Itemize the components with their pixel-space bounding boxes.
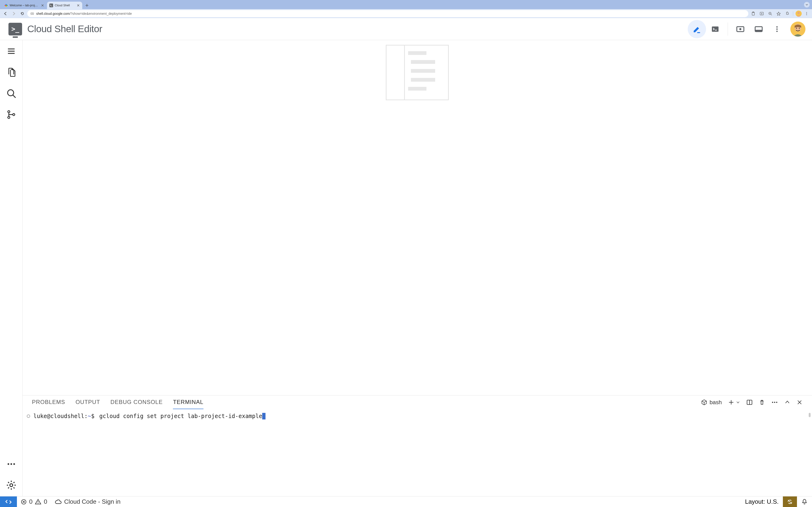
close-icon[interactable] <box>77 4 80 7</box>
svg-point-38 <box>7 90 14 96</box>
explorer-button[interactable] <box>6 67 17 78</box>
editor-pane: PROBLEMS OUTPUT DEBUG CONSOLE TERMINAL b… <box>22 40 812 496</box>
svg-point-30 <box>776 31 778 32</box>
svg-point-43 <box>7 463 9 465</box>
terminal-button[interactable] <box>706 20 724 38</box>
settings-button[interactable] <box>6 480 17 491</box>
main-content: PROBLEMS OUTPUT DEBUG CONSOLE TERMINAL b… <box>0 40 812 496</box>
bell-icon <box>801 499 808 505</box>
cube-icon <box>701 399 707 405</box>
search-button[interactable] <box>6 88 17 99</box>
more-actions-button[interactable] <box>6 459 17 469</box>
error-icon <box>21 499 27 505</box>
warning-count: 0 <box>44 498 47 505</box>
cursor <box>262 413 265 419</box>
terminal-line: luke@cloudshell:~$ gcloud config set pro… <box>27 413 804 419</box>
svg-line-13 <box>771 14 772 15</box>
install-app-icon[interactable] <box>758 10 765 17</box>
close-icon[interactable] <box>41 4 44 7</box>
svg-point-3 <box>5 6 7 7</box>
shell-selector[interactable]: bash <box>701 399 722 406</box>
new-tab-button[interactable] <box>84 2 90 9</box>
bottom-panel: PROBLEMS OUTPUT DEBUG CONSOLE TERMINAL b… <box>22 395 812 496</box>
browser-tab[interactable]: Welcome – lab-project-id-ex <box>2 2 47 9</box>
keyboard-layout-status[interactable]: Layout: U.S. <box>741 496 783 507</box>
svg-line-39 <box>13 95 15 98</box>
terminal-dropdown-button[interactable] <box>736 400 740 404</box>
warning-icon <box>35 499 41 505</box>
cloud-code-status[interactable]: Cloud Code - Sign in <box>51 498 124 505</box>
cloud-icon <box>55 498 62 505</box>
svg-point-46 <box>10 484 12 487</box>
chrome-menu-icon[interactable] <box>803 10 810 17</box>
svg-point-44 <box>10 463 12 465</box>
forward-button[interactable] <box>10 10 17 17</box>
svg-point-53 <box>776 402 777 403</box>
shell-name: bash <box>710 399 722 406</box>
prompt-path: ~ <box>88 413 91 419</box>
svg-point-29 <box>776 29 778 30</box>
browser-tab[interactable]: Cloud Shell <box>47 2 82 9</box>
maximize-panel-button[interactable] <box>784 399 791 405</box>
problems-status[interactable]: 0 0 <box>17 498 51 505</box>
terminal[interactable]: luke@cloudshell:~$ gcloud config set pro… <box>22 409 812 496</box>
error-count: 0 <box>29 498 33 505</box>
new-terminal-button[interactable] <box>728 399 734 406</box>
prompt-symbol: $ <box>91 413 94 419</box>
app-header: >_ Cloud Shell Editor <box>0 18 812 40</box>
cloud-code-label: Cloud Code - Sign in <box>64 498 120 505</box>
tabs-dropdown-button[interactable] <box>804 2 810 7</box>
site-info-icon[interactable] <box>30 11 34 16</box>
editor-button[interactable] <box>688 20 706 38</box>
svg-point-45 <box>13 463 15 465</box>
empty-document-icon <box>386 45 449 100</box>
tab-output[interactable]: OUTPUT <box>75 396 100 409</box>
sync-disabled-button[interactable] <box>783 496 797 507</box>
panel-more-button[interactable] <box>771 399 778 406</box>
remote-button[interactable] <box>0 496 17 507</box>
svg-point-41 <box>8 116 10 119</box>
clipboard-icon[interactable] <box>750 10 757 17</box>
preview-button[interactable] <box>731 20 750 38</box>
notifications-button[interactable] <box>797 496 812 507</box>
extensions-icon[interactable] <box>783 10 791 17</box>
url-text: shell.cloud.google.com/?show=ide&environ… <box>36 12 746 15</box>
browser-tab-strip: Welcome – lab-project-id-ex Cloud Shell <box>0 0 812 9</box>
profile-avatar[interactable] <box>796 10 802 17</box>
svg-rect-6 <box>31 13 34 14</box>
activity-bar <box>0 40 22 496</box>
svg-point-40 <box>8 111 10 113</box>
url-bar: shell.cloud.google.com/?show=ide&environ… <box>0 9 812 18</box>
svg-rect-27 <box>755 30 762 32</box>
svg-point-33 <box>796 28 797 29</box>
cloudshell-favicon-icon <box>49 3 53 7</box>
source-control-button[interactable] <box>6 109 17 120</box>
open-window-button[interactable] <box>750 20 768 38</box>
svg-point-20 <box>806 14 807 15</box>
svg-point-28 <box>776 26 778 27</box>
tab-title: Welcome – lab-project-id-ex <box>10 4 39 7</box>
tab-problems[interactable]: PROBLEMS <box>32 396 65 409</box>
terminal-command: gcloud config set project lab-project-id… <box>99 413 262 419</box>
scrollbar[interactable] <box>809 413 811 417</box>
user-avatar[interactable] <box>791 21 805 37</box>
svg-point-19 <box>806 13 807 14</box>
gcp-favicon-icon <box>4 3 8 7</box>
tab-terminal[interactable]: TERMINAL <box>173 396 203 409</box>
zoom-icon[interactable] <box>767 10 774 17</box>
kill-terminal-button[interactable] <box>759 399 765 405</box>
bookmark-icon[interactable] <box>775 10 782 17</box>
split-terminal-button[interactable] <box>746 399 753 406</box>
prompt-user: luke@cloudshell <box>33 413 84 419</box>
address-bar[interactable]: shell.cloud.google.com/?show=ide&environ… <box>27 10 748 17</box>
menu-toggle-button[interactable] <box>6 46 17 57</box>
separator <box>793 11 793 16</box>
back-button[interactable] <box>2 10 9 17</box>
close-panel-button[interactable] <box>797 399 803 405</box>
cloudshell-logo-icon: >_ <box>8 23 22 36</box>
more-options-button[interactable] <box>768 20 786 38</box>
sync-off-icon <box>787 499 793 505</box>
reload-button[interactable] <box>19 10 26 17</box>
tab-debug-console[interactable]: DEBUG CONSOLE <box>110 396 163 409</box>
panel-tabs: PROBLEMS OUTPUT DEBUG CONSOLE TERMINAL b… <box>22 396 812 409</box>
